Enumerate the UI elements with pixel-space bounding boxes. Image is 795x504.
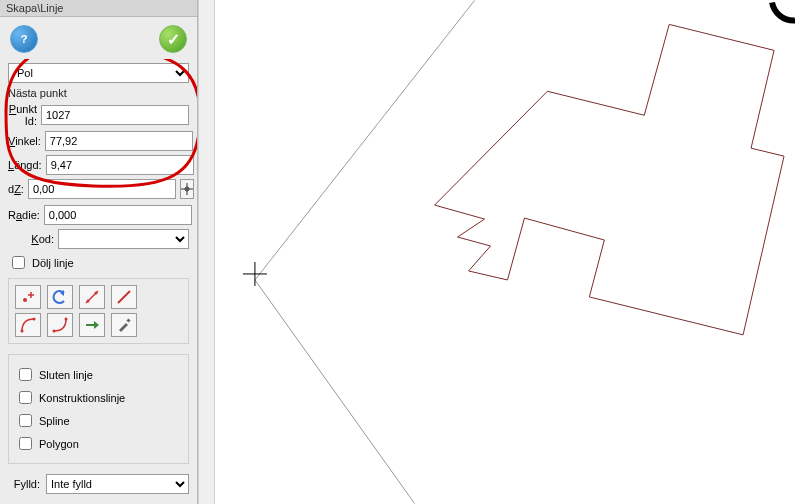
- dz-label: dZ:: [8, 183, 24, 195]
- vinkel-label: Vinkel:: [8, 135, 41, 147]
- options-box: Sluten linje Konstruktionslinje Spline P…: [8, 354, 189, 464]
- cursor-crosshair: [243, 262, 267, 286]
- langd-label: Längd:: [8, 159, 42, 171]
- radie-label: Radie:: [8, 209, 40, 221]
- tool-undo[interactable]: [47, 285, 73, 309]
- panel-title: Skapa\Linje: [0, 0, 197, 17]
- canvas-svg: [215, 0, 795, 504]
- konstruktionslinje-label: Konstruktionslinje: [39, 392, 125, 404]
- top-button-row: ? ✓: [0, 17, 197, 59]
- kod-combo[interactable]: [58, 229, 189, 249]
- undo-icon: [52, 289, 68, 305]
- arc-icon: [20, 317, 36, 333]
- sluten-linje-label: Sluten linje: [39, 369, 93, 381]
- kod-label: Kod:: [8, 233, 54, 245]
- tool-line[interactable]: [111, 285, 137, 309]
- ok-button[interactable]: ✓: [159, 25, 187, 53]
- fylld-label: Fylld:: [8, 478, 40, 490]
- radie-input[interactable]: [44, 205, 192, 225]
- fylld-combo[interactable]: Inte fylld: [46, 474, 189, 494]
- panel-scrollbar[interactable]: [198, 0, 214, 504]
- tool-picker[interactable]: [111, 313, 137, 337]
- svg-point-9: [23, 298, 27, 302]
- mode-combo[interactable]: Pol: [8, 63, 189, 83]
- drawing-canvas[interactable]: [214, 0, 795, 504]
- svg-line-24: [255, 0, 475, 280]
- check-icon: ✓: [167, 30, 180, 49]
- hide-line-label: Dölj linje: [32, 257, 74, 269]
- tool-arc2[interactable]: [47, 313, 73, 337]
- next-point-label: Nästa punkt: [8, 87, 189, 99]
- continue-icon: [84, 317, 100, 333]
- konstruktionslinje-checkbox[interactable]: [19, 391, 32, 404]
- tool-edit-line[interactable]: [79, 285, 105, 309]
- panel-body: Pol Nästa punkt PPunkt Id:unkt Id: Vinke…: [0, 59, 197, 502]
- spline-checkbox[interactable]: [19, 414, 32, 427]
- add-point-icon: [20, 289, 36, 305]
- svg-marker-22: [94, 321, 99, 329]
- dz-input[interactable]: [28, 179, 176, 199]
- line-icon: [116, 289, 132, 305]
- svg-line-16: [118, 291, 130, 303]
- langd-input[interactable]: [46, 155, 194, 175]
- polygon-label: Polygon: [39, 438, 79, 450]
- spline-label: Spline: [39, 415, 70, 427]
- svg-point-19: [53, 330, 56, 333]
- side-panel: Skapa\Linje ? ✓ Pol Nästa punkt PPunkt I…: [0, 0, 198, 504]
- svg-point-18: [33, 318, 36, 321]
- crosshair-icon: [181, 183, 193, 195]
- vinkel-input[interactable]: [45, 131, 193, 151]
- svg-point-17: [21, 330, 24, 333]
- hide-line-checkbox[interactable]: [12, 256, 25, 269]
- svg-line-25: [255, 280, 415, 504]
- svg-point-20: [65, 318, 68, 321]
- svg-point-15: [95, 292, 98, 295]
- tool-continue[interactable]: [79, 313, 105, 337]
- tool-arc[interactable]: [15, 313, 41, 337]
- help-button[interactable]: ?: [10, 25, 38, 53]
- polygon-checkbox[interactable]: [19, 437, 32, 450]
- punkt-id-input[interactable]: [41, 105, 189, 125]
- tool-add-point[interactable]: [15, 285, 41, 309]
- arc2-icon: [52, 317, 68, 333]
- svg-rect-23: [126, 318, 130, 322]
- punkt-id-label: PPunkt Id:unkt Id:: [8, 103, 37, 127]
- polygon-shape: [435, 24, 784, 334]
- dz-pick-button[interactable]: [180, 179, 194, 199]
- tool-palette: [8, 278, 189, 344]
- sluten-linje-checkbox[interactable]: [19, 368, 32, 381]
- help-icon: ?: [21, 33, 28, 45]
- corner-mark: [772, 2, 795, 20]
- svg-point-14: [87, 300, 90, 303]
- eyedropper-icon: [116, 317, 132, 333]
- edit-line-icon: [84, 289, 100, 305]
